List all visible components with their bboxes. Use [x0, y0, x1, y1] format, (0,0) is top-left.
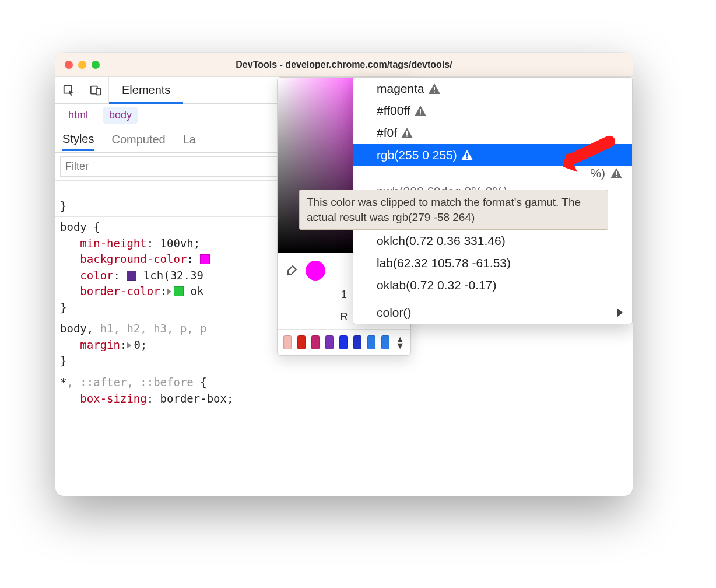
format-label: #ff00ff [377, 104, 410, 118]
palette-stepper[interactable]: ▲▼ [395, 337, 405, 349]
rule-close-brace: } [60, 200, 66, 212]
gamut-warning-icon [461, 149, 473, 161]
traffic-lights [55, 61, 100, 69]
svg-rect-11 [616, 172, 617, 175]
breadcrumb-body[interactable]: body [103, 107, 138, 124]
svg-rect-12 [616, 176, 617, 177]
palette-swatch-5[interactable] [353, 335, 361, 349]
format-item-oklch[interactable]: oklch(0.72 0.36 331.46) [353, 230, 632, 252]
palette-swatch-4[interactable] [339, 335, 348, 349]
rule2-selector-rest[interactable]: h1, h2, h3, p, p [100, 322, 207, 335]
gamut-warning-icon [428, 83, 441, 94]
subtab-computed[interactable]: Computed [111, 133, 165, 146]
gamut-clip-tooltip: This color was clipped to match the form… [299, 190, 608, 230]
svg-rect-8 [406, 136, 408, 137]
palette-swatch-7[interactable] [381, 335, 389, 349]
svg-rect-5 [420, 109, 421, 113]
prop-box-sizing[interactable]: box-sizing [80, 392, 146, 405]
prop-border-color[interactable]: border-color [80, 285, 160, 298]
prop-color[interactable]: color [80, 269, 113, 282]
format-label: oklab(0.72 0.32 -0.17) [377, 278, 496, 292]
color-palette-row: ▲▼ [278, 330, 410, 355]
window-titlebar: DevTools - developer.chrome.com/tags/dev… [55, 52, 633, 77]
annotation-arrow-icon [563, 130, 615, 184]
palette-swatch-0[interactable] [283, 335, 292, 349]
palette-swatch-6[interactable] [367, 335, 375, 349]
val-margin[interactable]: 0; [134, 338, 147, 351]
prop-background-color[interactable]: background-color [80, 253, 187, 265]
val-color[interactable]: lch(32.39 [143, 269, 210, 282]
window-title: DevTools - developer.chrome.com/tags/dev… [55, 60, 633, 70]
subtab-styles[interactable]: Styles [62, 132, 94, 151]
rule3-selector-rest[interactable]: , ::after, ::before [66, 376, 200, 388]
inspect-element-button[interactable] [55, 77, 82, 103]
svg-rect-3 [434, 87, 435, 90]
rule3-selector-star[interactable]: * [60, 376, 66, 388]
gamut-warning-icon [401, 127, 413, 139]
zoom-window-button[interactable] [92, 61, 100, 69]
swatch-background-color[interactable] [200, 254, 210, 264]
svg-rect-6 [420, 114, 421, 115]
rule2-selector-body[interactable]: body, [60, 322, 100, 335]
rule2-close: } [60, 354, 66, 367]
rule1-close: } [60, 301, 66, 314]
prop-margin[interactable]: margin [80, 338, 120, 351]
eyedropper-button[interactable] [285, 264, 299, 278]
svg-rect-2 [96, 88, 100, 94]
svg-rect-10 [466, 158, 468, 159]
svg-rect-9 [466, 153, 468, 157]
format-label: magenta [377, 82, 424, 96]
format-label: #f0f [377, 126, 397, 140]
subtab-layout[interactable]: La [183, 133, 196, 146]
val-min-height[interactable]: 100vh; [160, 237, 201, 250]
swatch-color[interactable] [127, 271, 136, 281]
gamut-warning-icon [414, 105, 427, 117]
device-toggle-button[interactable] [82, 77, 109, 103]
format-item-hex6[interactable]: #ff00ff [353, 100, 632, 122]
rule1-selector[interactable]: body { [60, 220, 100, 233]
devtools-window: DevTools - developer.chrome.com/tags/dev… [55, 52, 633, 496]
minimize-window-button[interactable] [78, 61, 86, 69]
format-label: rgb(255 0 255) [377, 148, 457, 162]
swatch-border-color[interactable] [174, 286, 184, 296]
format-label: oklch(0.72 0.36 331.46) [377, 234, 506, 248]
expand-border-color-icon[interactable] [167, 288, 171, 295]
format-item-magenta[interactable]: magenta [353, 78, 632, 100]
format-label: color() [377, 306, 412, 320]
prop-min-height[interactable]: min-height [80, 237, 146, 250]
svg-rect-4 [434, 92, 435, 93]
format-item-color-fn[interactable]: color() [353, 302, 632, 324]
palette-swatch-1[interactable] [297, 335, 306, 349]
palette-swatch-3[interactable] [325, 335, 334, 349]
close-window-button[interactable] [65, 61, 73, 69]
chevron-right-icon [617, 308, 623, 317]
rule3-open: { [200, 376, 206, 388]
format-item-oklab[interactable]: oklab(0.72 0.32 -0.17) [353, 274, 632, 296]
current-color-swatch[interactable] [306, 261, 325, 281]
svg-rect-7 [406, 131, 408, 135]
menu-separator [353, 299, 632, 299]
palette-swatch-2[interactable] [311, 335, 320, 349]
channel-r-label: R [341, 311, 348, 323]
alpha-value[interactable]: 1 [341, 289, 347, 301]
val-box-sizing[interactable]: border-box; [160, 392, 234, 405]
expand-margin-icon[interactable] [127, 342, 131, 349]
val-border-color[interactable]: ok [191, 285, 204, 298]
tab-elements[interactable]: Elements [109, 78, 183, 104]
breadcrumb-html[interactable]: html [62, 107, 94, 124]
format-item-lab[interactable]: lab(62.32 105.78 -61.53) [353, 252, 632, 274]
format-label: lab(62.32 105.78 -61.53) [377, 256, 511, 270]
